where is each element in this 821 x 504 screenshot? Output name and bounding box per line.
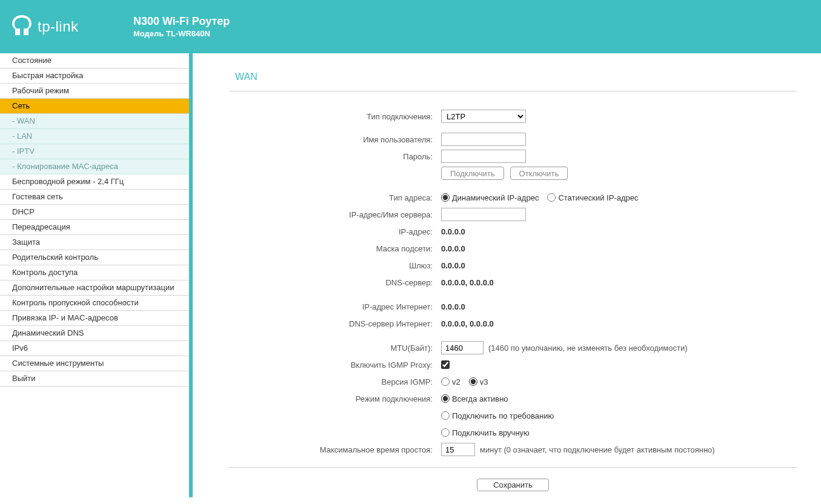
sidebar-item-20[interactable]: Системные инструменты (0, 356, 189, 371)
sidebar-item-15[interactable]: Дополнительные настройки маршрутизации (0, 280, 189, 296)
sidebar-item-2[interactable]: Рабочий режим (0, 84, 189, 99)
sidebar-item-21[interactable]: Выйти (0, 371, 189, 386)
sidebar-item-3[interactable]: Сеть (0, 99, 189, 114)
product-title: N300 Wi-Fi Роутер (133, 15, 230, 28)
label-password: Пароль: (229, 152, 441, 161)
value-dns: 0.0.0.0, 0.0.0.0 (441, 278, 494, 287)
sidebar-item-19[interactable]: IPv6 (0, 341, 189, 356)
value-inet-ip: 0.0.0.0 (441, 302, 465, 311)
sidebar-item-18[interactable]: Динамический DNS (0, 326, 189, 341)
igmp-proxy-checkbox[interactable] (441, 360, 450, 369)
radio-mode-demand-input[interactable] (441, 411, 450, 420)
radio-igmp-v3-input[interactable] (469, 377, 477, 386)
radio-mode-manual-input[interactable] (441, 428, 450, 437)
label-gateway: Шлюз: (229, 261, 441, 270)
conn-type-select[interactable]: L2TP (441, 110, 526, 123)
label-idle: Максимальное время простоя: (229, 445, 441, 454)
sidebar-item-4[interactable]: - WAN (0, 114, 189, 129)
main-content: WAN Тип подключения: L2TP Имя пользовате… (193, 53, 821, 497)
radio-static-ip-input[interactable] (547, 193, 556, 202)
radio-igmp-v3[interactable]: v3 (469, 377, 488, 386)
header: tp-link N300 Wi-Fi Роутер Модель TL-WR84… (0, 0, 821, 53)
label-conn-mode: Режим подключения: (229, 394, 441, 403)
radio-mode-always-input[interactable] (441, 394, 450, 403)
sidebar-item-6[interactable]: - IPTV (0, 144, 189, 159)
label-addr-type: Тип адреса: (229, 193, 441, 202)
sidebar-item-8[interactable]: Беспроводной режим - 2,4 ГГц (0, 174, 189, 190)
tplink-logo-icon (12, 15, 32, 38)
save-button[interactable]: Сохранить (477, 479, 549, 491)
sidebar-item-9[interactable]: Гостевая сеть (0, 190, 189, 205)
sidebar-item-12[interactable]: Защита (0, 235, 189, 250)
sidebar-item-0[interactable]: Состояние (0, 53, 189, 68)
sidebar-item-14[interactable]: Контроль доступа (0, 265, 189, 280)
radio-mode-manual[interactable]: Подключить вручную (441, 428, 530, 437)
connect-button[interactable]: Подключить (441, 167, 504, 180)
mtu-note: (1460 по умолчанию, не изменять без необ… (488, 343, 688, 353)
label-dns: DNS-сервер: (229, 278, 441, 287)
product-model: Модель TL-WR840N (133, 29, 230, 38)
mtu-input[interactable] (441, 341, 484, 354)
label-igmp-ver: Версия IGMP: (229, 377, 441, 386)
label-inet-dns: DNS-сервер Интернет: (229, 319, 441, 328)
disconnect-button[interactable]: Отключить (510, 167, 568, 180)
label-igmp-proxy: Включить IGMP Proxy: (229, 360, 441, 370)
value-ip-addr: 0.0.0.0 (441, 227, 465, 236)
label-server-ip: IP-адрес/Имя сервера: (229, 210, 441, 219)
sidebar-item-5[interactable]: - LAN (0, 129, 189, 144)
idle-input[interactable] (441, 443, 475, 456)
sidebar-item-11[interactable]: Переадресация (0, 220, 189, 235)
page-title: WAN (235, 71, 797, 82)
server-ip-input[interactable] (441, 208, 526, 221)
label-inet-ip: IP-адрес Интернет: (229, 302, 441, 311)
label-subnet: Маска подсети: (229, 244, 441, 253)
sidebar-item-16[interactable]: Контроль пропускной способности (0, 296, 189, 311)
value-inet-dns: 0.0.0.0, 0.0.0.0 (441, 319, 494, 328)
label-username: Имя пользователя: (229, 135, 441, 144)
separator-bottom (229, 467, 797, 468)
title-area: N300 Wi-Fi Роутер Модель TL-WR840N (133, 15, 230, 38)
sidebar-item-1[interactable]: Быстрая настройка (0, 68, 189, 84)
password-input[interactable] (441, 150, 526, 163)
radio-mode-demand[interactable]: Подключить по требованию (441, 411, 554, 420)
sidebar-item-17[interactable]: Привязка IP- и MAC-адресов (0, 311, 189, 326)
username-input[interactable] (441, 133, 526, 146)
sidebar-item-13[interactable]: Родительский контроль (0, 250, 189, 265)
radio-dynamic-ip-input[interactable] (441, 193, 450, 202)
label-ip-addr: IP-адрес: (229, 227, 441, 236)
separator (229, 91, 797, 91)
logo-area: tp-link (12, 15, 133, 38)
value-subnet: 0.0.0.0 (441, 244, 465, 253)
label-conn-type: Тип подключения: (229, 112, 441, 121)
brand-text: tp-link (38, 18, 79, 35)
idle-note: минут (0 означает, что подключение будет… (480, 445, 715, 454)
sidebar: СостояниеБыстрая настройкаРабочий режимС… (0, 53, 189, 497)
sidebar-item-7[interactable]: - Клонирование MAC-адреса (0, 159, 189, 174)
radio-igmp-v2[interactable]: v2 (441, 377, 460, 386)
sidebar-item-10[interactable]: DHCP (0, 205, 189, 220)
radio-dynamic-ip[interactable]: Динамический IP-адрес (441, 193, 539, 202)
label-mtu: MTU(Байт): (229, 343, 441, 353)
radio-igmp-v2-input[interactable] (441, 377, 450, 386)
value-gateway: 0.0.0.0 (441, 261, 465, 270)
radio-static-ip[interactable]: Статический IP-адрес (547, 193, 638, 202)
radio-mode-always[interactable]: Всегда активно (441, 394, 508, 403)
